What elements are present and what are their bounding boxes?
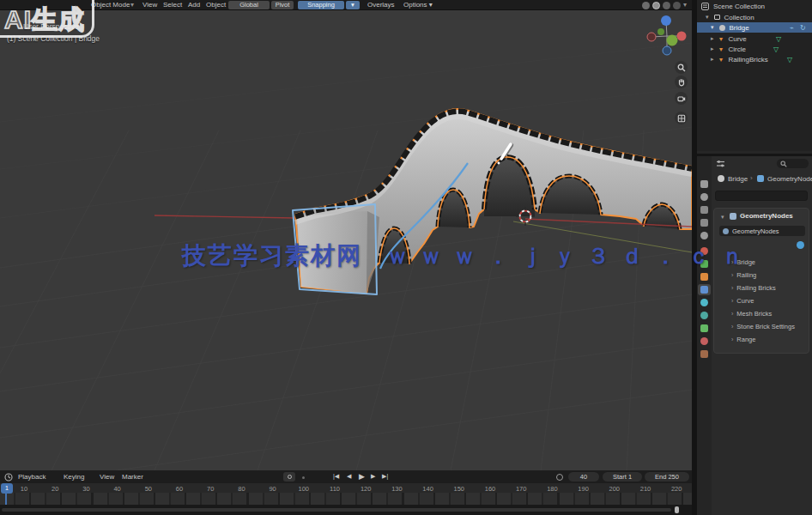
transform-orientation-button[interactable]: Global [228, 1, 270, 9]
geometry-nodes-modifier-panel: ▾ GeometryNodes GeometryNodes ›Bridge ›R… [713, 208, 809, 354]
timeline-editor-icon[interactable] [4, 473, 13, 482]
outliner-row-railingbricks[interactable]: ▸ ▼ RailingBricks ▽ [697, 54, 812, 64]
shading-solid-icon[interactable] [652, 2, 660, 9]
modifier-filter-bar[interactable] [715, 191, 808, 201]
tab-particles-icon[interactable] [700, 299, 708, 306]
pan-view-hand-icon[interactable] [675, 76, 688, 88]
display-toggle-icon[interactable] [797, 241, 804, 249]
options-dropdown[interactable]: Options ▾ [403, 2, 433, 9]
tab-render-icon[interactable] [700, 193, 708, 201]
menu-object[interactable]: Object [206, 2, 226, 9]
mesh-object-icon: ▼ [718, 46, 724, 52]
gizmo-y-neg-axis[interactable] [657, 28, 664, 35]
outliner-item-label[interactable]: Circle [728, 45, 745, 53]
shading-material-icon[interactable] [663, 2, 670, 9]
snapping-dropdown[interactable]: ▾ [346, 1, 360, 9]
previous-keyframe-button[interactable]: ◀ [347, 471, 351, 482]
tab-view-layer-icon[interactable] [700, 219, 708, 227]
param-row-curve[interactable]: ›Curve [731, 295, 812, 306]
menu-add[interactable]: Add [188, 2, 200, 9]
expand-icon[interactable]: ▸ [711, 45, 714, 52]
camera-view-icon[interactable] [675, 92, 688, 105]
outliner-editor-icon[interactable] [701, 3, 709, 10]
gizmo-y-axis[interactable] [667, 35, 678, 46]
pivot-point-button[interactable]: Pivot [271, 1, 294, 9]
outliner-row-curve[interactable]: ▸ ▼ Curve ▽ [697, 33, 812, 44]
geometry-nodes-modifier-icon[interactable]: ↻ [800, 24, 806, 32]
next-keyframe-button[interactable]: ▶ [371, 471, 375, 482]
properties-editor-icon[interactable] [716, 160, 725, 168]
outliner-item-label[interactable]: Collection [724, 14, 754, 21]
collapse-icon[interactable]: ▾ [711, 24, 714, 31]
snapping-button[interactable]: Snapping [298, 1, 344, 9]
jump-to-end-button[interactable]: ▶| [382, 471, 388, 482]
param-row-range[interactable]: ›Range [731, 334, 812, 345]
tab-output-icon[interactable] [700, 206, 708, 214]
shading-wireframe-icon[interactable] [642, 2, 650, 9]
frame-start-field[interactable]: Start 1 [603, 472, 642, 482]
menu-keying[interactable]: Keying [64, 474, 84, 481]
blender-window: Object Mode ▾ View Select Add Object Glo… [0, 0, 812, 515]
collapse-icon[interactable]: ▾ [706, 14, 709, 21]
menu-view[interactable]: View [142, 2, 157, 9]
scene-collection-label[interactable]: Scene Collection [713, 3, 765, 10]
panel-collapse-icon[interactable]: ▾ [721, 214, 724, 221]
tab-tool-icon[interactable] [700, 180, 708, 188]
outliner-item-label[interactable]: Bridge [730, 24, 749, 32]
menu-view[interactable]: View [100, 474, 114, 481]
modifier-wrench-icon[interactable]: ⌁ [790, 24, 794, 32]
toggle-orthographic-icon[interactable] [675, 112, 688, 124]
outliner-row-circle[interactable]: ▸ ▼ Circle ▽ [697, 44, 812, 54]
play-button[interactable]: ▶ [359, 471, 365, 482]
menu-marker[interactable]: Marker [122, 474, 143, 481]
expand-icon[interactable]: ▸ [711, 35, 714, 42]
mode-dropdown-caret[interactable]: ▾ [130, 2, 134, 9]
auto-keying-button[interactable] [283, 472, 295, 482]
tab-material-icon[interactable] [700, 337, 708, 345]
tab-modifiers-icon[interactable] [700, 286, 708, 294]
frame-ruler[interactable]: 1020304050607080901001101201301401501601… [0, 483, 692, 505]
shading-dropdown-caret[interactable]: ▾ [683, 2, 687, 9]
ruler-frame-label: 40 [108, 485, 127, 493]
outliner-item-label[interactable]: Curve [728, 35, 746, 43]
properties-tab-rail [697, 156, 712, 515]
scrollbar-handle[interactable] [675, 506, 679, 513]
timeline-editor: Playback Keying View Marker |◀ ◀ ▶ ▶ ▶| … [0, 470, 692, 515]
horizontal-scrollbar[interactable] [2, 508, 671, 512]
param-row-stone-brick-settings[interactable]: ›Stone Brick Settings [731, 321, 812, 332]
properties-search-input[interactable] [777, 159, 809, 168]
modifier-panel-title[interactable]: GeometryNodes [740, 213, 793, 220]
expand-icon[interactable]: ▸ [711, 56, 714, 63]
tab-object-icon[interactable] [700, 273, 708, 281]
current-frame-field[interactable]: 40 [568, 472, 599, 482]
node-group-selector[interactable]: GeometryNodes [719, 226, 805, 236]
nodes-modifier-badge-icon: ▽ [776, 35, 781, 43]
gizmo-z-axis[interactable] [661, 15, 671, 26]
tab-physics-icon[interactable] [700, 312, 708, 319]
navigation-gizmo[interactable] [645, 10, 690, 62]
jump-to-start-button[interactable]: |◀ [333, 471, 339, 482]
param-row-mesh-bricks[interactable]: ›Mesh Bricks [731, 308, 812, 319]
outliner-row-bridge-selected[interactable]: ▾ Bridge ⌁ ↻ [697, 22, 812, 33]
outliner-row-collection[interactable]: ▾ Collection [697, 12, 812, 22]
breadcrumb-object[interactable]: Bridge [728, 176, 748, 183]
tab-texture-icon[interactable] [700, 350, 708, 358]
outliner-item-label[interactable]: RailingBricks [728, 56, 767, 64]
gizmo-x-axis[interactable] [677, 32, 687, 41]
breadcrumb-modifier[interactable]: GeometryNodes [767, 176, 812, 183]
gizmo-z-neg-axis[interactable] [663, 46, 671, 55]
playhead[interactable]: 1 [1, 483, 13, 494]
frame-end-field[interactable]: End 250 [645, 472, 689, 482]
tab-constraints-icon[interactable] [700, 324, 708, 332]
mode-dropdown[interactable]: Object Mode [91, 2, 130, 9]
tab-scene-icon[interactable] [700, 232, 708, 239]
zoom-view-icon[interactable] [675, 61, 688, 74]
overlays-button[interactable]: Overlays [367, 2, 395, 9]
menu-select[interactable]: Select [163, 2, 182, 9]
shading-rendered-icon[interactable] [673, 2, 681, 9]
menu-playback[interactable]: Playback [18, 474, 45, 481]
gizmo-x-neg-axis[interactable] [647, 33, 656, 41]
param-row-railing-bricks[interactable]: ›Railing Bricks [731, 282, 812, 294]
ruler-frame-label: 140 [419, 485, 438, 493]
keying-set-icon[interactable] [556, 474, 563, 481]
